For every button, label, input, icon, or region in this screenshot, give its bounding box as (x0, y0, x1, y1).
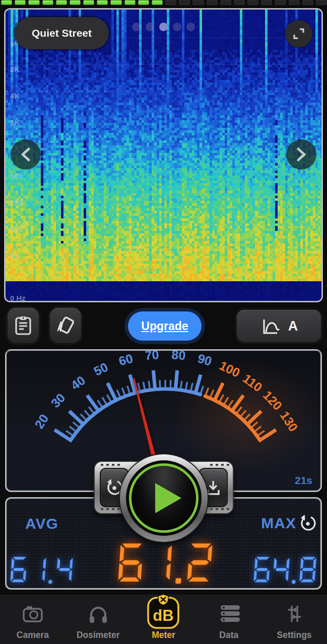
plate-rivet (227, 464, 229, 466)
frequency-weighting-button[interactable]: A (237, 310, 321, 342)
app-root: 16K8K4K2K1K50025012562 0 Hz Quiet Street (0, 0, 327, 644)
svg-text:130: 130 (278, 409, 301, 434)
svg-text:100: 100 (217, 358, 242, 380)
prev-page-button[interactable] (11, 139, 41, 170)
led-segment (302, 0, 313, 5)
octave-gridline (6, 91, 321, 92)
data-icon (218, 598, 240, 630)
settings-sliders-icon (284, 598, 304, 630)
led-segment (165, 0, 176, 5)
frequency-label: 500 (10, 172, 23, 180)
level-led-strip (0, 0, 327, 5)
svg-text:50: 50 (91, 360, 110, 378)
db-badge-icon: dB (146, 594, 180, 630)
spectrogram-canvas (6, 10, 321, 301)
seven-seg-digit (10, 555, 27, 584)
decimal-point (175, 578, 181, 584)
plate-rivet (117, 508, 120, 510)
led-segment (42, 0, 53, 5)
upgrade-label: Upgrade (141, 319, 188, 333)
led-segment (179, 0, 190, 5)
tab-camera[interactable]: Camera (0, 594, 66, 644)
report-button[interactable] (8, 308, 39, 343)
led-segment (110, 0, 121, 5)
frequency-label: 125 (10, 225, 23, 233)
tab-data[interactable]: Data (196, 594, 261, 644)
plate-rivet (112, 508, 114, 510)
seven-seg-digit (187, 541, 213, 584)
plate-rivet (210, 464, 213, 466)
page-dot[interactable] (146, 23, 154, 31)
plate-rivet (106, 508, 109, 510)
preset-label: Quiet Street (32, 27, 92, 39)
frequency-label: 2K (10, 118, 20, 127)
led-segment (138, 0, 149, 5)
tab-bar: Camera Dosimeter dB Meter (0, 594, 327, 644)
svg-text:120: 120 (260, 388, 285, 413)
led-segment (316, 0, 327, 5)
frequency-baseline-label: 0 Hz (10, 294, 26, 302)
weighting-label: A (288, 318, 298, 334)
plate-rivet (216, 508, 218, 510)
svg-text:70: 70 (144, 351, 159, 362)
page-dot[interactable] (132, 23, 141, 31)
upgrade-button[interactable]: Upgrade (128, 311, 202, 341)
frequency-label: 62 (10, 252, 19, 260)
seven-seg-digit (253, 555, 271, 584)
weighting-curve-icon (260, 316, 280, 336)
led-segment (220, 0, 231, 5)
svg-text:110: 110 (240, 371, 265, 394)
octave-gridline (6, 144, 321, 145)
led-segment (83, 0, 94, 5)
page-dot[interactable] (186, 23, 195, 31)
tab-dosimeter[interactable]: Dosimeter (66, 594, 131, 644)
svg-text:40: 40 (68, 373, 88, 392)
plate-rivet (117, 464, 120, 466)
led-segment (1, 0, 12, 5)
expand-button[interactable] (285, 20, 312, 47)
max-reset-control[interactable]: MAX (261, 514, 317, 532)
octave-gridline (6, 198, 321, 198)
seven-seg-digit (147, 541, 172, 584)
current-level-display (118, 541, 213, 584)
expand-icon (291, 26, 306, 41)
clipboard-icon (15, 315, 32, 336)
led-segment (234, 0, 245, 5)
seven-seg-digit (56, 555, 73, 584)
led-segment (15, 0, 26, 5)
plate-rivet (221, 464, 224, 466)
page-dot[interactable] (173, 23, 181, 31)
octave-gridline (6, 171, 321, 172)
tab-settings-label: Settings (277, 630, 312, 640)
led-segment (97, 0, 108, 5)
plate-rivet (227, 508, 229, 510)
camera-icon (22, 598, 43, 630)
octave-gridline (6, 64, 321, 65)
led-segment (261, 0, 272, 5)
led-segment (247, 0, 258, 5)
frequency-label: 4K (10, 92, 20, 100)
page-dot[interactable] (159, 23, 168, 31)
frequency-label: 250 (10, 198, 23, 207)
tab-meter[interactable]: dB Meter (131, 594, 197, 644)
svg-text:90: 90 (196, 351, 213, 368)
seven-seg-digit (299, 555, 316, 584)
presets-button[interactable] (50, 308, 81, 343)
svg-text:80: 80 (171, 351, 186, 362)
tab-camera-label: Camera (17, 630, 49, 640)
led-segment (192, 0, 204, 5)
preset-pill[interactable]: Quiet Street (15, 17, 109, 49)
tab-settings[interactable]: Settings (261, 594, 327, 644)
plate-rivet (101, 464, 103, 466)
led-segment (56, 0, 67, 5)
plate-rivet (221, 508, 224, 510)
next-page-button[interactable] (286, 139, 316, 170)
play-icon (155, 483, 181, 513)
chevron-left-icon (19, 147, 32, 162)
led-segment (275, 0, 286, 5)
decimal-point (48, 580, 52, 584)
tab-data-label: Data (219, 630, 238, 640)
max-label: MAX (261, 515, 296, 532)
max-display (253, 555, 316, 584)
plate-rivet (106, 464, 109, 466)
